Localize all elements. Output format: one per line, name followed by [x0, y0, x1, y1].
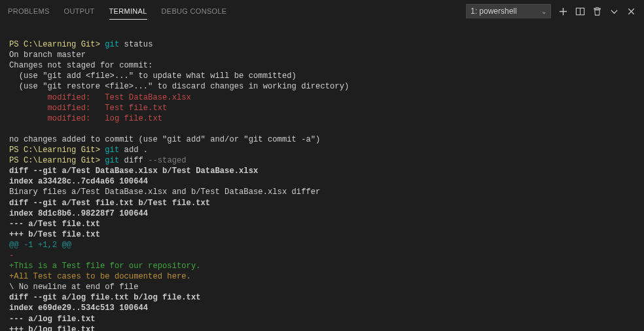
terminal-selector-dropdown[interactable]: 1: powershell ⌄: [466, 4, 551, 18]
status-line: no changes added to commit (use "git add…: [9, 135, 320, 144]
diff-index: index a33428c..7cd4a66 100644: [9, 177, 148, 186]
modified-file: Test DataBase.xlsx: [105, 93, 191, 102]
panel-header: PROBLEMS OUTPUT TERMINAL DEBUG CONSOLE 1…: [0, 0, 644, 22]
diff-minus-file: --- a/Test file.txt: [9, 220, 100, 229]
ps-prompt: PS C:\Learning Git>: [9, 156, 100, 165]
ps-prompt: PS C:\Learning Git>: [9, 40, 100, 49]
diff-removed: -: [9, 251, 14, 260]
diff-no-newline: \ No newline at end of file: [9, 282, 138, 292]
diff-header: diff --git a/Test DataBase.xlsx b/Test D…: [9, 166, 258, 176]
chevron-down-icon: ⌄: [541, 8, 546, 15]
ps-prompt: PS C:\Learning Git>: [9, 146, 100, 155]
diff-hunk: @@ -1 +1,2 @@: [9, 241, 71, 250]
status-hint: (use "git restore <file>..." to discard …: [9, 82, 349, 91]
status-line: On branch master: [9, 50, 86, 60]
git-args: diff: [119, 156, 148, 165]
new-terminal-button[interactable]: [558, 6, 568, 16]
git-keyword: git: [105, 40, 119, 49]
git-keyword: git: [105, 156, 119, 165]
diff-header: diff --git a/Test file.txt b/Test file.t…: [9, 199, 210, 208]
tab-debug-console[interactable]: DEBUG CONSOLE: [162, 3, 227, 20]
trash-icon: [592, 7, 602, 16]
diff-added: +All Test cases to be documented here.: [9, 272, 191, 281]
git-keyword: git: [105, 146, 119, 155]
chevron-down-icon: [609, 7, 619, 16]
modified-label: modified:: [9, 93, 105, 102]
diff-index: index 8d1c8b6..98228f7 100644: [9, 209, 148, 218]
tab-terminal[interactable]: TERMINAL: [109, 3, 147, 20]
modified-file: log file.txt: [105, 114, 162, 123]
diff-plus-file: +++ b/log file.txt: [9, 325, 96, 331]
tab-problems[interactable]: PROBLEMS: [8, 3, 50, 20]
split-pane-icon: [575, 7, 585, 16]
modified-label: modified:: [9, 104, 105, 113]
diff-header: diff --git a/log file.txt b/log file.txt: [9, 293, 201, 302]
panel-controls: 1: powershell ⌄: [466, 4, 636, 18]
status-line: Changes not staged for commit:: [9, 61, 152, 70]
git-args: add .: [119, 146, 148, 155]
panel-tabs: PROBLEMS OUTPUT TERMINAL DEBUG CONSOLE: [8, 3, 226, 20]
terminal-output[interactable]: PS C:\Learning Git> git status On branch…: [0, 22, 644, 331]
split-terminal-button[interactable]: [575, 6, 585, 16]
maximize-panel-button[interactable]: [609, 6, 619, 16]
tab-output[interactable]: OUTPUT: [64, 3, 95, 20]
plus-icon: [558, 7, 568, 16]
diff-binary: Binary files a/Test DataBase.xlsx and b/…: [9, 187, 320, 197]
diff-added: +This is a Test file for our repository.: [9, 262, 201, 271]
diff-index: index e69de29..534c513 100644: [9, 303, 148, 313]
modified-file: Test file.txt: [105, 104, 167, 113]
kill-terminal-button[interactable]: [592, 6, 602, 16]
diff-minus-file: --- a/log file.txt: [9, 315, 96, 324]
diff-plus-file: +++ b/Test file.txt: [9, 230, 100, 239]
git-flag: --staged: [148, 156, 187, 165]
git-args: status: [119, 40, 152, 49]
modified-label: modified:: [9, 114, 105, 123]
terminal-selector-label: 1: powershell: [471, 7, 517, 16]
close-panel-button[interactable]: [626, 6, 636, 16]
close-icon: [626, 7, 636, 16]
status-hint: (use "git add <file>..." to update what …: [9, 71, 296, 81]
